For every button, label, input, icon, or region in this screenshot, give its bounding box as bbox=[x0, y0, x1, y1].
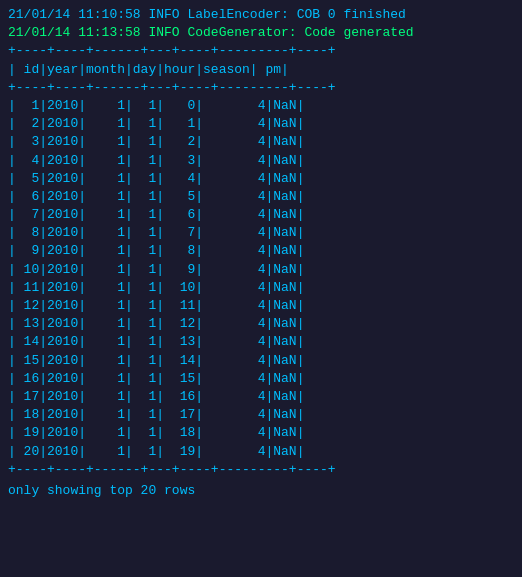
table-row: | 8|2010| 1| 1| 7| 4|NaN| bbox=[8, 224, 514, 242]
table-row: | 2|2010| 1| 1| 1| 4|NaN| bbox=[8, 115, 514, 133]
table-row: | 14|2010| 1| 1| 13| 4|NaN| bbox=[8, 333, 514, 351]
table-row: | 16|2010| 1| 1| 15| 4|NaN| bbox=[8, 370, 514, 388]
table-row: | 15|2010| 1| 1| 14| 4|NaN| bbox=[8, 352, 514, 370]
table-row: | 11|2010| 1| 1| 10| 4|NaN| bbox=[8, 279, 514, 297]
table-row: | 19|2010| 1| 1| 18| 4|NaN| bbox=[8, 424, 514, 442]
table-row: | 4|2010| 1| 1| 3| 4|NaN| bbox=[8, 152, 514, 170]
separator-bottom: +----+----+------+---+----+---------+---… bbox=[8, 461, 514, 479]
separator-top: +----+----+------+---+----+---------+---… bbox=[8, 42, 514, 60]
footer-note: only showing top 20 rows bbox=[8, 481, 514, 502]
table-row: | 6|2010| 1| 1| 5| 4|NaN| bbox=[8, 188, 514, 206]
table-row: | 3|2010| 1| 1| 2| 4|NaN| bbox=[8, 133, 514, 151]
table-row: | 13|2010| 1| 1| 12| 4|NaN| bbox=[8, 315, 514, 333]
log-line-1: 21/01/14 11:10:58 INFO LabelEncoder: COB… bbox=[8, 6, 514, 24]
table-header: | id|year|month|day|hour|season| pm| bbox=[8, 61, 514, 79]
table-row: | 1|2010| 1| 1| 0| 4|NaN| bbox=[8, 97, 514, 115]
table-row: | 18|2010| 1| 1| 17| 4|NaN| bbox=[8, 406, 514, 424]
table-body: | 1|2010| 1| 1| 0| 4|NaN|| 2|2010| 1| 1|… bbox=[8, 97, 514, 461]
table-row: | 17|2010| 1| 1| 16| 4|NaN| bbox=[8, 388, 514, 406]
table-row: | 5|2010| 1| 1| 4| 4|NaN| bbox=[8, 170, 514, 188]
table-row: | 20|2010| 1| 1| 19| 4|NaN| bbox=[8, 443, 514, 461]
table-row: | 12|2010| 1| 1| 11| 4|NaN| bbox=[8, 297, 514, 315]
table-row: | 10|2010| 1| 1| 9| 4|NaN| bbox=[8, 261, 514, 279]
info-line: 21/01/14 11:13:58 INFO CodeGenerator: Co… bbox=[8, 24, 514, 42]
terminal-window: 21/01/14 11:10:58 INFO LabelEncoder: COB… bbox=[0, 0, 522, 577]
separator-header: +----+----+------+---+----+---------+---… bbox=[8, 79, 514, 97]
table-row: | 7|2010| 1| 1| 6| 4|NaN| bbox=[8, 206, 514, 224]
table-row: | 9|2010| 1| 1| 8| 4|NaN| bbox=[8, 242, 514, 260]
